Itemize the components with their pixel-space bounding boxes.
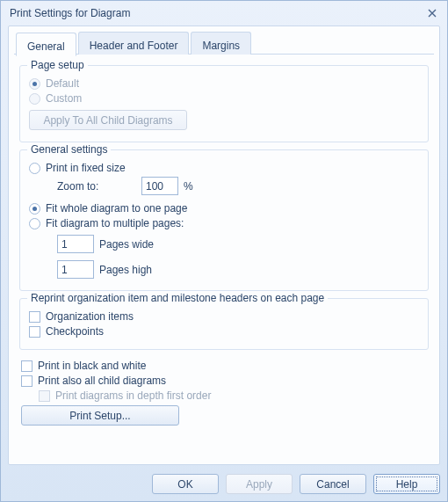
radio-label: Default xyxy=(46,77,79,90)
zoom-input[interactable] xyxy=(141,177,178,195)
radio-label: Fit diagram to multiple pages: xyxy=(46,217,184,229)
group-legend: General settings xyxy=(27,143,111,156)
radio-fixed-size[interactable] xyxy=(29,163,40,174)
dialog-button-bar: OK Apply Cancel Help xyxy=(1,470,447,501)
zoom-row: Zoom to: % xyxy=(57,177,419,195)
misc-options: Print in black and white Print also all … xyxy=(19,357,429,428)
group-reprint-headers: Reprint organization item and milestone … xyxy=(19,298,429,350)
button-label: Apply xyxy=(246,478,272,491)
checkbox-label: Checkpoints xyxy=(46,325,104,338)
print-setup-button[interactable]: Print Setup... xyxy=(21,405,179,426)
button-label: OK xyxy=(177,478,192,491)
checkbox-row-bw[interactable]: Print in black and white xyxy=(21,360,429,372)
ok-button[interactable]: OK xyxy=(152,474,219,494)
content-area: General Header and Footer Margins Page s… xyxy=(8,25,440,465)
radio-fit-multi-pages[interactable] xyxy=(29,218,40,229)
radio-default xyxy=(29,78,40,90)
radio-row-fit-one[interactable]: Fit whole diagram to one page xyxy=(29,202,419,215)
titlebar: Print Settings for Diagram xyxy=(1,1,447,25)
tab-label: Margins xyxy=(202,40,240,52)
dialog-window: Print Settings for Diagram General Heade… xyxy=(0,0,448,502)
button-label: Print Setup... xyxy=(69,410,130,422)
multi-pages-inputs: Pages wide Pages high xyxy=(57,232,419,281)
checkbox-org-items[interactable] xyxy=(29,311,40,323)
radio-row-custom: Custom xyxy=(29,92,419,105)
button-label: Help xyxy=(396,478,418,491)
tab-header-footer[interactable]: Header and Footer xyxy=(78,32,190,55)
radio-label: Custom xyxy=(46,92,82,105)
radio-row-fit-multi[interactable]: Fit diagram to multiple pages: xyxy=(29,217,419,229)
tab-label: Header and Footer xyxy=(90,40,178,52)
zoom-pct-label: % xyxy=(184,180,193,193)
group-general-settings: General settings Print in fixed size Zoo… xyxy=(19,149,429,291)
checkbox-row-checkpoints[interactable]: Checkpoints xyxy=(29,325,419,338)
checkbox-checkpoints[interactable] xyxy=(29,326,40,338)
close-icon[interactable] xyxy=(424,6,440,20)
checkbox-all-child-diagrams[interactable] xyxy=(21,375,33,387)
help-button[interactable]: Help xyxy=(373,474,440,494)
checkbox-label: Print diagrams in depth first order xyxy=(55,389,211,402)
button-label: Cancel xyxy=(316,478,349,491)
radio-row-fixed-size[interactable]: Print in fixed size xyxy=(29,162,419,174)
apply-child-diagrams-button: Apply To All Child Diagrams xyxy=(29,110,187,130)
radio-fit-one-page[interactable] xyxy=(29,203,40,215)
checkbox-label: Print also all child diagrams xyxy=(38,375,166,387)
pages-high-label: Pages high xyxy=(99,264,152,276)
zoom-label: Zoom to: xyxy=(57,180,136,193)
pages-high-input[interactable] xyxy=(57,260,94,279)
tab-label: General xyxy=(27,40,65,53)
pages-wide-label: Pages wide xyxy=(99,238,154,251)
radio-custom xyxy=(29,93,40,105)
cancel-button[interactable]: Cancel xyxy=(300,474,366,494)
radio-label: Print in fixed size xyxy=(46,162,126,174)
pages-wide-input[interactable] xyxy=(57,235,94,253)
button-label: Apply To All Child Diagrams xyxy=(43,114,172,127)
tab-general[interactable]: General xyxy=(16,33,76,56)
checkbox-row-all-children[interactable]: Print also all child diagrams xyxy=(21,375,429,387)
tab-margins[interactable]: Margins xyxy=(191,32,251,55)
radio-row-default: Default xyxy=(29,77,419,90)
checkbox-row-depth-first: Print diagrams in depth first order xyxy=(39,389,429,402)
group-legend: Page setup xyxy=(27,60,88,71)
radio-label: Fit whole diagram to one page xyxy=(46,202,187,215)
checkbox-depth-first xyxy=(39,390,50,402)
apply-button: Apply xyxy=(226,474,293,494)
checkbox-label: Organization items xyxy=(46,310,134,323)
window-title: Print Settings for Diagram xyxy=(10,7,130,19)
group-legend: Reprint organization item and milestone … xyxy=(27,292,328,304)
checkbox-row-org-items[interactable]: Organization items xyxy=(29,310,419,323)
checkbox-label: Print in black and white xyxy=(38,360,146,372)
tabpage-general: Page setup Default Custom Apply To All C… xyxy=(16,60,432,459)
tab-bar: General Header and Footer Margins xyxy=(14,32,434,55)
group-page-setup: Page setup Default Custom Apply To All C… xyxy=(19,65,429,142)
checkbox-black-white[interactable] xyxy=(21,360,33,372)
